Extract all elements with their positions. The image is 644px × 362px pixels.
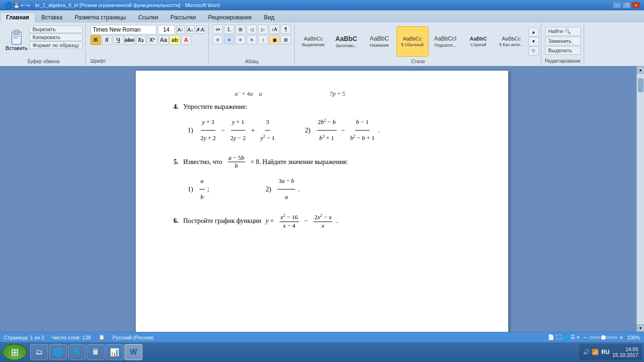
problem-4-text: Упростите выражение: [183,103,248,111]
frac-y1-2y2: y + 1 2y − 2 [230,115,247,146]
style-item-6[interactable]: AaBbCc ¶ Без инте... [495,26,528,57]
tab-home[interactable]: Главная [0,12,35,23]
line-spacing-button[interactable]: ↕ [258,35,268,44]
format-painter-button[interactable]: Формат по образцу [29,41,83,49]
document-page[interactable]: a− + 4a a 7p + 5 4. Упростите выражение:… [136,71,508,332]
web-view-button[interactable]: 🌐 [562,334,569,340]
outline-view-button[interactable]: ☰ [570,334,575,340]
tray-language[interactable]: RU [602,349,610,355]
cut-button[interactable]: Вырезать [29,25,83,33]
increase-indent-button[interactable]: ▷ [258,25,268,34]
frac-a5b-b: a − 5b b [228,154,245,170]
save-quick[interactable]: 💾 [14,3,19,8]
strikethrough-button[interactable]: abc [124,35,135,45]
shading-button[interactable]: ▣ [269,35,280,44]
superscript-button[interactable]: X² [147,35,157,45]
borders-button[interactable]: ⊞ [281,35,291,44]
problem-4-sub1: 1) y + 3 2y + 2 − y + 1 2y − 2 + 3 y2 [188,115,277,146]
scroll-up-button[interactable]: ▲ [637,66,644,74]
align-center-button[interactable]: ≡ [224,35,234,44]
restore-button[interactable]: ❐ [622,2,631,8]
undo-quick[interactable]: ↩ [21,3,25,8]
style-item-1[interactable]: AaBbC Заголово... [330,26,363,57]
style-item-3[interactable]: AaBbCc ¶ Обычный [396,26,429,57]
problem-4: 4. Упростите выражение: 1) y + 3 2y + 2 … [173,103,471,146]
justify-button[interactable]: ≡ [247,35,257,44]
minimize-button[interactable]: ─ [613,2,621,8]
taskbar-app-files[interactable]: 🗂 [30,344,48,360]
full-screen-button[interactable]: ⛶ [556,334,561,340]
zoom-out-button[interactable]: − [583,334,587,341]
change-styles-button[interactable]: ▽ [528,46,539,56]
tab-view[interactable]: Вид [258,12,281,23]
clipboard-label: Буфер обмена [27,58,59,64]
font-size-box[interactable]: 14 [158,25,175,34]
problem-5-num: 5. [173,158,179,166]
italic-button[interactable]: К [102,35,112,45]
taskbar-app-browser[interactable]: 🌐 [49,344,67,360]
replace-button[interactable]: Заменить [545,37,581,45]
style-item-0[interactable]: AaBbCc Выделение [297,26,330,57]
vertical-scrollbar[interactable]: ▲ ▼ [636,66,644,332]
show-marks-button[interactable]: ¶ [281,25,291,34]
tab-mailings[interactable]: Рассылки [165,12,202,23]
tab-references[interactable]: Ссылки [132,12,164,23]
style-item-4[interactable]: AaBbCcI Подзагол... [429,26,462,57]
draft-view-button[interactable]: ≡ [577,334,579,340]
tab-review[interactable]: Рецензирование [202,12,258,23]
font-size-up-button[interactable]: A↑ [176,25,185,34]
copy-button[interactable]: Копировать [29,33,83,41]
tab-insert[interactable]: Вставка [35,12,69,23]
subscript-button[interactable]: X₂ [136,35,146,45]
font-group-label: Шрифт [91,58,106,64]
font-color-button[interactable]: A [181,35,191,45]
window-title: kr_1_algebra_8_kl [Режим ограниченной фу… [35,2,220,8]
redo-quick[interactable]: ↪ [26,3,30,8]
align-right-button[interactable]: ≡ [235,35,246,44]
print-view-button[interactable]: 📄 [548,334,554,340]
change-case-button[interactable]: Aa [158,35,169,45]
font-name-box[interactable]: Times New Roman [91,25,157,34]
para-row-1: ≡• 1. ⊞ ◁ ▷ ↕A ¶ [213,25,291,34]
multilevel-list-button[interactable]: ⊞ [235,25,246,34]
style-item-2[interactable]: AaBbC Название [363,26,396,57]
styles-scroll-down[interactable]: ▼ [528,37,539,46]
scroll-thumb[interactable] [638,78,644,92]
tab-layout[interactable]: Разметка страницы [68,12,132,23]
language-indicator[interactable]: Русский (Россия) [113,335,154,340]
problem-4-num: 4. [173,103,179,111]
zoom-thumb[interactable] [601,335,606,340]
scroll-track[interactable] [637,74,644,324]
ribbon-content: Вставить Вырезать Копировать Формат по о… [0,23,644,66]
paste-button[interactable]: Вставить [5,25,28,54]
scroll-down-button[interactable]: ▼ [637,324,644,332]
tray-datetime[interactable]: 14:05 15.10.2017 [612,346,638,358]
style-item-5[interactable]: AaBbC Строгий [462,26,495,57]
taskbar-app-skype[interactable]: S [68,344,86,360]
taskbar-app-word[interactable]: W [124,344,142,360]
spell-check-icon: 📋 [99,334,105,340]
bullets-button[interactable]: ≡• [213,25,223,34]
numbering-button[interactable]: 1. [224,25,234,34]
taskbar-app-calculator[interactable]: 🖩 [87,344,105,360]
underline-button[interactable]: Ч [113,35,124,45]
decrease-indent-button[interactable]: ◁ [247,25,257,34]
bold-button[interactable]: Ж [91,35,101,45]
ribbon-tabs: Главная Вставка Разметка страницы Ссылки… [0,10,644,23]
start-button[interactable]: ⊞ [2,344,27,361]
text-highlight-button[interactable]: ab [170,35,180,45]
styles-scroll-up[interactable]: ▲ [528,27,539,37]
close-button[interactable]: ✕ [632,2,640,8]
sort-button[interactable]: ↕A [269,25,280,34]
find-button[interactable]: Найти 🔍 [545,27,581,36]
font-size-down-button[interactable]: A↓ [186,25,195,34]
frac-2x2-x: 2x2 − x x [314,213,332,229]
zoom-slider[interactable] [589,336,618,339]
zoom-in-button[interactable]: + [619,334,623,341]
clear-format-button[interactable]: ✗A [196,25,205,34]
select-button[interactable]: Выделить [545,46,581,55]
align-left-button[interactable]: ≡ [213,35,223,44]
paragraph-group: ≡• 1. ⊞ ◁ ▷ ↕A ¶ ≡ ≡ ≡ ≡ ↕ ▣ ⊞ Абзац [210,24,295,65]
taskbar-app-excel[interactable]: 📊 [106,344,124,360]
title-bar-controls[interactable]: ─ ❐ ✕ [613,2,640,8]
